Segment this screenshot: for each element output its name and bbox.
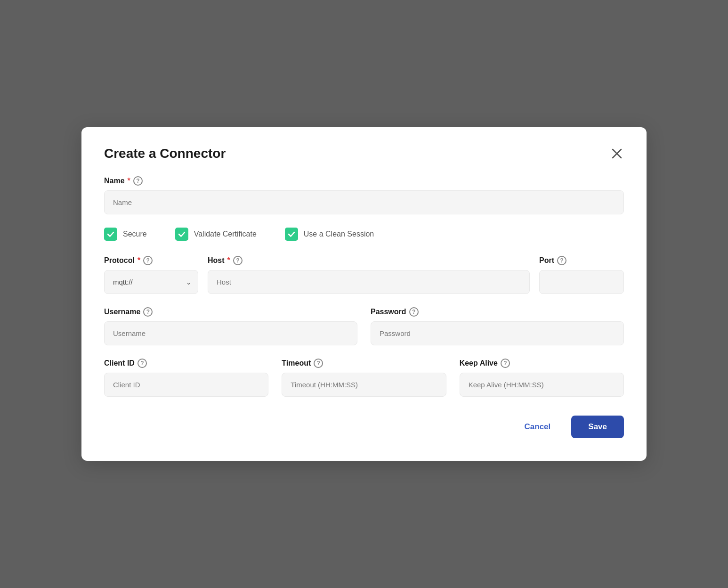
keep-alive-help-icon: ? (501, 359, 510, 368)
validate-certificate-label: Validate Certificate (194, 230, 257, 238)
client-id-field-group: Client ID ? (104, 359, 268, 397)
save-button[interactable]: Save (571, 416, 624, 438)
secure-checkbox[interactable]: Secure (104, 228, 147, 241)
modal-title: Create a Connector (104, 146, 226, 161)
password-input[interactable] (371, 321, 624, 345)
close-button[interactable] (610, 147, 624, 161)
username-password-row: Username ? Password ? (104, 307, 624, 345)
protocol-help-icon: ? (143, 256, 153, 265)
password-field-group: Password ? (371, 307, 624, 345)
validate-certificate-checkbox-box (175, 228, 188, 241)
create-connector-modal: Create a Connector Name * ? (81, 127, 647, 461)
secure-checkbox-box (104, 228, 117, 241)
validate-certificate-checkbox[interactable]: Validate Certificate (175, 228, 257, 241)
use-clean-session-checkbox[interactable]: Use a Clean Session (285, 228, 374, 241)
host-label: Host * ? (208, 256, 530, 265)
protocol-required-star: * (138, 256, 140, 265)
cancel-button[interactable]: Cancel (511, 416, 564, 438)
secure-label: Secure (123, 230, 147, 238)
port-field-group: Port ? 8883 (539, 256, 624, 294)
port-input[interactable]: 8883 (539, 270, 624, 294)
modal-overlay: Create a Connector Name * ? (0, 0, 728, 588)
timeout-field-group: Timeout ? (282, 359, 446, 397)
modal-footer: Cancel Save (104, 416, 624, 438)
keep-alive-field-group: Keep Alive ? (460, 359, 624, 397)
client-id-label: Client ID ? (104, 359, 268, 368)
password-label: Password ? (371, 307, 624, 317)
name-required-star: * (128, 177, 130, 185)
username-help-icon: ? (143, 307, 153, 317)
protocol-host-port-row: Protocol * ? mqtt:// mqtts:// ws:// wss:… (104, 256, 624, 294)
keep-alive-label: Keep Alive ? (460, 359, 624, 368)
name-input[interactable] (104, 190, 624, 214)
name-field-group: Name * ? (104, 176, 624, 214)
username-input[interactable] (104, 321, 357, 345)
name-help-icon: ? (133, 176, 143, 186)
protocol-label: Protocol * ? (104, 256, 198, 265)
host-input[interactable] (208, 270, 530, 294)
client-id-help-icon: ? (138, 359, 147, 368)
protocol-select-wrapper: mqtt:// mqtts:// ws:// wss:// ⌄ (104, 270, 198, 294)
host-help-icon: ? (233, 256, 243, 265)
client-timeout-keepalive-row: Client ID ? Timeout ? Keep Alive ? (104, 359, 624, 397)
username-label: Username ? (104, 307, 357, 317)
timeout-label: Timeout ? (282, 359, 446, 368)
modal-header: Create a Connector (104, 146, 624, 161)
protocol-select[interactable]: mqtt:// mqtts:// ws:// wss:// (104, 270, 198, 294)
port-help-icon: ? (557, 256, 566, 265)
use-clean-session-label: Use a Clean Session (304, 230, 374, 238)
use-clean-session-checkbox-box (285, 228, 298, 241)
host-field-group: Host * ? (208, 256, 530, 294)
protocol-field-group: Protocol * ? mqtt:// mqtts:// ws:// wss:… (104, 256, 198, 294)
host-required-star: * (227, 256, 230, 265)
name-label: Name * ? (104, 176, 624, 186)
timeout-help-icon: ? (314, 359, 323, 368)
username-field-group: Username ? (104, 307, 357, 345)
keep-alive-input[interactable] (460, 373, 624, 397)
password-help-icon: ? (409, 307, 419, 317)
port-label: Port ? (539, 256, 624, 265)
checkboxes-row: Secure Validate Certificate Use a Clean … (104, 228, 624, 241)
client-id-input[interactable] (104, 373, 268, 397)
timeout-input[interactable] (282, 373, 446, 397)
